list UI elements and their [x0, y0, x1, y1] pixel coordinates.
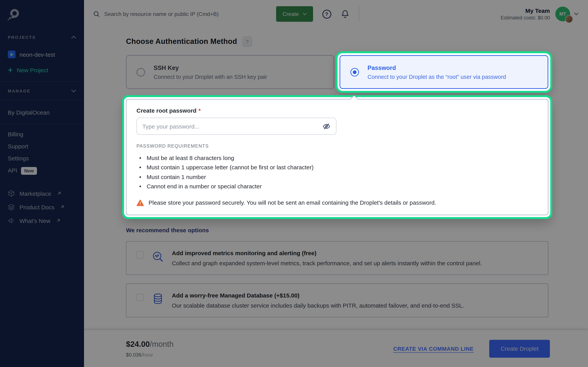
chevron-down-icon[interactable] [574, 12, 579, 16]
team-info[interactable]: My Team Estimated costs: $0.00 [367, 7, 550, 21]
monthly-price: $24.00 [126, 340, 150, 348]
bottom-bar: $24.00/month $0.036/hour CREATE VIA COMM… [84, 330, 588, 367]
toggle-password-visibility-button[interactable] [322, 122, 330, 130]
auth-option-password[interactable]: Password Connect to your Droplet as the … [339, 55, 548, 89]
by-digitalocean-label: By DigitalOcean [8, 109, 50, 116]
whats-new-label: What's New [19, 217, 50, 224]
project-icon [8, 50, 16, 58]
team-name: My Team [367, 7, 550, 14]
projects-label: PROJECTS [8, 35, 36, 40]
digitalocean-logo [8, 8, 84, 21]
plus-icon [8, 67, 13, 73]
search-icon [93, 11, 100, 17]
option-title: Add improved metrics monitoring and aler… [172, 250, 482, 256]
external-link-icon [57, 191, 61, 196]
auth-option-title: Password [367, 64, 506, 71]
hourly-suffix: /hour [142, 352, 153, 358]
eye-off-icon [322, 122, 330, 130]
create-droplet-button[interactable]: Create Droplet [489, 340, 550, 358]
requirements-title: PASSWORD REQUIREMENTS [137, 143, 538, 149]
cube-icon [8, 190, 15, 197]
auth-method-options: SSH Key Connect to your Droplet with an … [126, 55, 548, 89]
external-link-icon [60, 205, 65, 209]
hourly-price: $0.036 [126, 352, 142, 358]
auth-option-ssh-key[interactable]: SSH Key Connect to your Droplet with an … [126, 55, 334, 89]
option-managed-database[interactable]: Add a worry-free Managed Database (+$15.… [126, 284, 548, 317]
sidebar-item-support[interactable]: Support [8, 143, 76, 150]
metrics-checkbox[interactable] [137, 251, 144, 259]
title-help-badge[interactable]: ? [242, 36, 252, 47]
database-checkbox[interactable] [137, 294, 144, 301]
metrics-magnifier-icon [152, 250, 164, 263]
page-content: Choose Authentication Method ? SSH Key C… [84, 28, 588, 330]
price-summary: $24.00/month $0.036/hour [126, 340, 174, 358]
sidebar-item-product-docs[interactable]: Product Docs [0, 203, 84, 210]
radio-selected-icon[interactable] [350, 68, 359, 76]
password-panel: Create root password* PASSWORD REQUIREME… [126, 99, 548, 215]
megaphone-icon [8, 217, 15, 224]
sidebar-item-marketplace[interactable]: Marketplace [0, 190, 84, 197]
notifications-button[interactable] [340, 9, 349, 19]
sidebar-item-project[interactable]: neon-dev-test [0, 50, 84, 58]
password-input[interactable] [142, 123, 322, 130]
question-circle-icon: ? [322, 9, 331, 18]
warning-icon [137, 199, 144, 206]
layers-icon [8, 203, 15, 210]
sidebar-item-api[interactable]: APINew [8, 167, 76, 174]
requirement-item: Cannot end in a number or special charac… [137, 182, 538, 192]
option-description: Collect and graph expanded system-level … [172, 260, 482, 267]
project-name: neon-dev-test [19, 51, 55, 58]
requirement-item: Must contain 1 number [137, 172, 538, 182]
new-badge: New [21, 167, 37, 175]
estimated-costs: Estimated costs: $0.00 [367, 15, 550, 21]
divider [359, 6, 359, 22]
auth-option-title: SSH Key [154, 64, 267, 71]
option-metrics-monitoring[interactable]: Add improved metrics monitoring and aler… [126, 241, 548, 275]
warning-text: Please store your password securely. You… [148, 200, 436, 206]
help-button[interactable]: ? [322, 9, 331, 18]
bell-icon [340, 9, 349, 19]
requirements-list: Must be at least 8 characters long Must … [137, 153, 538, 192]
top-bar: Create ? My Team Estimated costs: $0.00 [84, 0, 588, 28]
option-description: Our scalable database cluster service in… [172, 302, 464, 309]
search-input[interactable] [104, 11, 276, 17]
create-via-command-line-link[interactable]: CREATE VIA COMMAND LINE [393, 345, 474, 352]
avatar-initials: MT [559, 11, 566, 17]
recommend-title: We recommend these options [126, 227, 548, 234]
sidebar-item-whats-new[interactable]: What's New [0, 217, 84, 224]
marketplace-label: Marketplace [19, 190, 51, 197]
create-button-label: Create [283, 11, 299, 17]
database-icon [152, 293, 164, 305]
sidebar-section-projects[interactable]: PROJECTS [0, 35, 84, 40]
main-column: Create ? My Team Estimated costs: $0.00 [84, 0, 588, 367]
external-link-icon [56, 218, 61, 223]
sidebar-section-manage[interactable]: MANAGE [0, 82, 84, 100]
required-mark: * [198, 107, 201, 114]
auth-option-description: Connect to your Droplet as the “root” us… [367, 74, 506, 80]
create-button[interactable]: Create [276, 6, 313, 22]
api-label: API [8, 167, 17, 174]
sidebar-manage-links: Billing Support Settings APINew [0, 131, 84, 174]
auth-option-description: Connect to your Droplet with an SSH key … [154, 74, 267, 80]
divider [0, 124, 84, 125]
chevron-down-icon [71, 89, 76, 92]
option-title: Add a worry-free Managed Database (+$15.… [172, 292, 464, 299]
page-title: Choose Authentication Method [126, 37, 237, 46]
panel-caret [350, 95, 358, 103]
sidebar-item-settings[interactable]: Settings [8, 155, 76, 162]
password-field-wrap [137, 118, 336, 135]
team-avatar[interactable]: MT [555, 7, 570, 21]
user-avatar [565, 15, 573, 23]
new-project-label: New Project [17, 67, 48, 73]
radio-unselected-icon[interactable] [137, 68, 145, 76]
create-droplet-page: PROJECTS neon-dev-test New Project MANAG… [0, 0, 588, 367]
sidebar: PROJECTS neon-dev-test New Project MANAG… [0, 0, 84, 367]
requirement-item: Must contain 1 uppercase letter (cannot … [137, 163, 538, 172]
monthly-suffix: /month [150, 340, 173, 348]
sidebar-item-new-project[interactable]: New Project [0, 67, 84, 73]
global-search [93, 11, 276, 17]
product-docs-label: Product Docs [19, 204, 54, 210]
requirement-item: Must be at least 8 characters long [137, 153, 538, 163]
sidebar-item-billing[interactable]: Billing [8, 131, 76, 137]
sidebar-item-by-digitalocean[interactable]: By DigitalOcean [0, 100, 84, 124]
